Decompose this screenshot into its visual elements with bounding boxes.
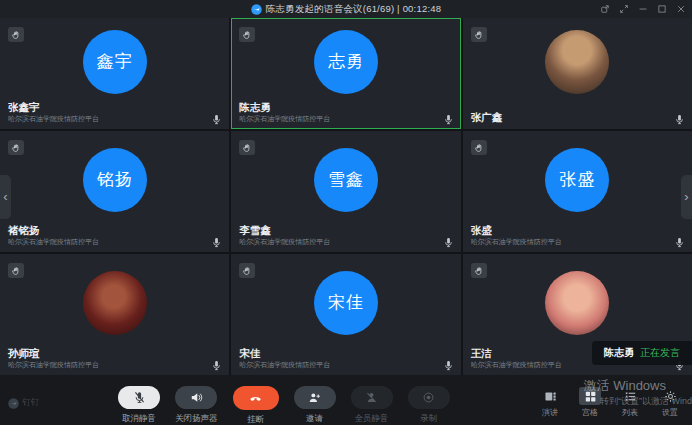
participant-meta: 陈志勇 哈尔滨石油学院疫情防控平台 bbox=[239, 101, 436, 124]
view-icobox bbox=[539, 387, 561, 405]
speaking-toast: 陈志勇 正在发言 bbox=[592, 341, 692, 365]
hangup-icon bbox=[249, 392, 262, 405]
avatar-wrap: 宋佳 bbox=[231, 254, 460, 351]
view-switcher-item-speaker-view[interactable]: 演讲 bbox=[534, 387, 566, 418]
mic-icon bbox=[211, 111, 222, 122]
titlebar: 陈志勇发起的语音会议(61/69) | 00:12:48 bbox=[0, 0, 692, 18]
participant-meta: 张盛 哈尔滨石油学院疫情防控平台 bbox=[471, 224, 668, 247]
maximize-button[interactable] bbox=[657, 4, 667, 14]
mic-icon bbox=[211, 357, 222, 368]
hand-icon bbox=[11, 143, 21, 153]
avatar: 张盛 bbox=[545, 148, 609, 212]
prev-page-arrow[interactable]: ‹ bbox=[0, 175, 11, 219]
view-switcher: 演讲 宫格 列表 设置 bbox=[534, 387, 686, 418]
mute-all-icon bbox=[365, 391, 378, 404]
participant-meta: 褚铭扬 哈尔滨石油学院疫情防控平台 bbox=[8, 224, 205, 247]
avatar-wrap bbox=[463, 18, 692, 105]
raise-hand-badge bbox=[8, 140, 24, 155]
participant-tile-7[interactable]: 孙师瑄 哈尔滨石油学院疫情防控平台 bbox=[0, 254, 229, 375]
avatar: 雪鑫 bbox=[314, 148, 378, 212]
view-switcher-label: 宫格 bbox=[582, 407, 598, 418]
view-switcher-item-grid-view[interactable]: 宫格 bbox=[574, 387, 606, 418]
dingtalk-icon bbox=[251, 4, 262, 15]
toolbar-button-person-add[interactable]: 邀请 bbox=[294, 386, 336, 425]
participant-meta: 孙师瑄 哈尔滨石油学院疫情防控平台 bbox=[8, 347, 205, 370]
participant-tile-4[interactable]: 铭扬 褚铭扬 哈尔滨石油学院疫情防控平台 bbox=[0, 131, 229, 252]
avatar-wrap bbox=[463, 254, 692, 351]
next-page-arrow[interactable]: › bbox=[681, 175, 692, 219]
raise-hand-badge bbox=[239, 27, 255, 42]
participant-org: 哈尔滨石油学院疫情防控平台 bbox=[8, 238, 205, 247]
participant-name: 陈志勇 bbox=[239, 101, 436, 114]
raise-hand-badge bbox=[239, 140, 255, 155]
toolbar-button-label: 全员静音 bbox=[355, 413, 389, 425]
photo-avatar bbox=[83, 271, 147, 335]
participant-grid: ‹ › 鑫宇 张鑫宇 哈尔滨石油学院疫情防控平台 志勇 陈志勇 哈尔滨石油学院疫… bbox=[0, 18, 692, 375]
raise-hand-badge bbox=[239, 263, 255, 278]
participant-tile-1[interactable]: 鑫宇 张鑫宇 哈尔滨石油学院疫情防控平台 bbox=[0, 18, 229, 129]
popout-button[interactable] bbox=[600, 4, 610, 14]
participant-org: 哈尔滨石油学院疫情防控平台 bbox=[239, 115, 436, 124]
avatar: 宋佳 bbox=[314, 271, 378, 335]
avatar: 志勇 bbox=[314, 30, 378, 94]
toolbar-button-hangup[interactable]: 挂断 bbox=[233, 386, 279, 425]
toolbar-button-label: 关闭扬声器 bbox=[175, 413, 218, 425]
avatar-wrap: 志勇 bbox=[231, 18, 460, 105]
participant-tile-3[interactable]: 张广鑫 bbox=[463, 18, 692, 129]
photo-avatar bbox=[545, 30, 609, 94]
hand-icon bbox=[11, 266, 21, 276]
window-controls bbox=[600, 0, 686, 18]
avatar-wrap: 鑫宇 bbox=[0, 18, 229, 105]
dingtalk-icon bbox=[8, 398, 19, 409]
participant-org: 哈尔滨石油学院疫情防控平台 bbox=[8, 361, 205, 370]
minimize-button[interactable] bbox=[638, 4, 648, 14]
participant-tile-8[interactable]: 宋佳 宋佳 哈尔滨石油学院疫情防控平台 bbox=[231, 254, 460, 375]
view-icobox bbox=[619, 387, 641, 405]
view-switcher-item-settings[interactable]: 设置 bbox=[654, 387, 686, 418]
view-switcher-label: 设置 bbox=[662, 407, 678, 418]
toolbar-button-mute-all[interactable]: 全员静音 bbox=[351, 386, 393, 425]
participant-tile-5[interactable]: 雪鑫 李雪鑫 哈尔滨石油学院疫情防控平台 bbox=[231, 131, 460, 252]
view-switcher-label: 列表 bbox=[622, 407, 638, 418]
mic-icon bbox=[443, 111, 454, 122]
speaking-toast-name: 陈志勇 bbox=[604, 346, 634, 360]
raise-hand-badge bbox=[471, 27, 487, 42]
toolbar-button-record[interactable]: 录制 bbox=[408, 386, 450, 425]
speaker-icon bbox=[190, 391, 203, 404]
raise-hand-badge bbox=[471, 263, 487, 278]
participant-tile-2[interactable]: 志勇 陈志勇 哈尔滨石油学院疫情防控平台 bbox=[231, 18, 460, 129]
participant-org: 哈尔滨石油学院疫情防控平台 bbox=[239, 361, 436, 370]
toolbar-button-label: 邀请 bbox=[306, 413, 323, 425]
close-button[interactable] bbox=[676, 4, 686, 14]
hand-icon bbox=[11, 30, 21, 40]
raise-hand-badge bbox=[8, 263, 24, 278]
view-switcher-label: 演讲 bbox=[542, 407, 558, 418]
avatar: 鑫宇 bbox=[83, 30, 147, 94]
avatar: 铭扬 bbox=[83, 148, 147, 212]
person-add-icon bbox=[308, 391, 321, 404]
participant-name: 孙师瑄 bbox=[8, 347, 205, 360]
toolbar-button-label: 录制 bbox=[420, 413, 437, 425]
participant-tile-6[interactable]: 张盛 张盛 哈尔滨石油学院疫情防控平台 bbox=[463, 131, 692, 252]
view-icobox bbox=[579, 387, 601, 405]
participant-name: 宋佳 bbox=[239, 347, 436, 360]
expand-button[interactable] bbox=[619, 4, 629, 14]
toolbar-button-speaker[interactable]: 关闭扬声器 bbox=[175, 386, 218, 425]
hand-icon bbox=[242, 143, 252, 153]
mic-icon bbox=[443, 234, 454, 245]
hand-icon bbox=[242, 266, 252, 276]
hand-icon bbox=[474, 30, 484, 40]
raise-hand-badge bbox=[471, 140, 487, 155]
avatar-wrap: 雪鑫 bbox=[231, 131, 460, 228]
pill bbox=[175, 386, 217, 409]
brand: 钉钉 bbox=[8, 397, 39, 409]
view-switcher-item-list-view[interactable]: 列表 bbox=[614, 387, 646, 418]
participant-org: 哈尔滨石油学院疫情防控平台 bbox=[471, 238, 668, 247]
toolbar-button-label: 取消静音 bbox=[122, 413, 156, 425]
mic-off-icon bbox=[133, 391, 146, 404]
toolbar-button-mic-off[interactable]: 取消静音 bbox=[118, 386, 160, 425]
participant-meta: 宋佳 哈尔滨石油学院疫情防控平台 bbox=[239, 347, 436, 370]
participant-org: 哈尔滨石油学院疫情防控平台 bbox=[8, 115, 205, 124]
record-icon bbox=[422, 391, 435, 404]
call-controls: 取消静音 关闭扬声器 挂断 邀请 全员静音 录制 bbox=[118, 386, 450, 425]
